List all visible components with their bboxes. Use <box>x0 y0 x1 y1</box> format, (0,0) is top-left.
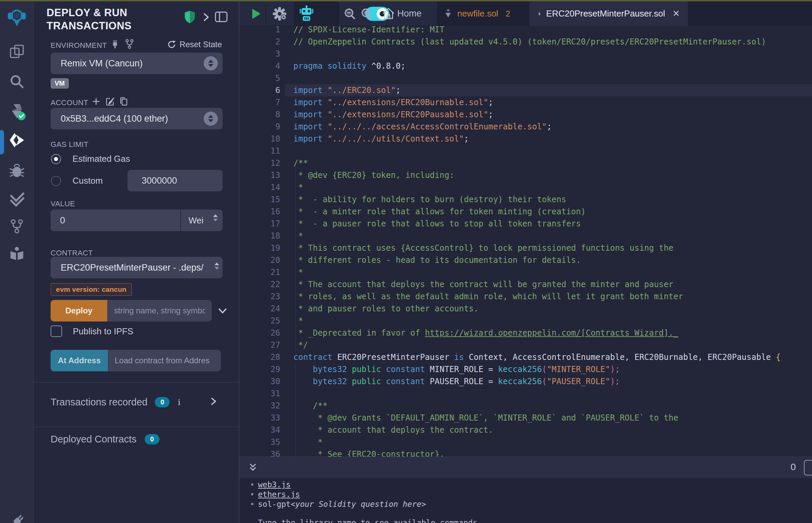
publish-ipfs-option[interactable]: Publish to IPFS <box>51 326 133 337</box>
value-unit-select[interactable]: Wei <box>181 210 223 231</box>
code-line[interactable]: 35 * <box>240 436 812 448</box>
code-line[interactable]: 25 * <box>240 315 812 327</box>
code-line[interactable]: 22 * The account that deploys the contra… <box>240 278 812 290</box>
code-line[interactable]: 9import "../../../access/AccessControlEn… <box>240 121 812 133</box>
code-line[interactable]: 30 bytes32 public constant PAUSER_ROLE =… <box>240 375 812 387</box>
panel-layout-icon[interactable] <box>214 11 228 24</box>
remixai-robot-icon[interactable] <box>298 5 315 23</box>
terminal-link[interactable]: ethers.js <box>258 490 300 499</box>
terminal-link[interactable]: web3.js <box>258 480 291 489</box>
edit-account-icon[interactable] <box>105 96 115 108</box>
home-label[interactable]: Home <box>397 8 422 19</box>
custom-gas-input[interactable] <box>127 170 223 192</box>
publish-ipfs-checkbox[interactable] <box>51 326 62 337</box>
deploy-run-icon[interactable] <box>7 131 26 150</box>
editor-toolbar: Home newfile.sol 2 ERC20PresetMinterPaus… <box>240 1 812 26</box>
code-line[interactable]: 12/** <box>240 157 812 169</box>
debugger-icon[interactable] <box>7 161 26 180</box>
estimated-gas-option[interactable]: Estimated Gas <box>51 154 130 164</box>
tab-newfile[interactable]: newfile.sol 2 <box>444 1 510 26</box>
search-icon[interactable] <box>7 72 26 91</box>
code-line[interactable]: 5 <box>240 72 812 84</box>
code-line[interactable]: 24 * and pauser roles to other accounts. <box>240 303 812 315</box>
collapse-terminal-icon[interactable] <box>248 462 258 474</box>
terminal-search-box[interactable] <box>804 460 812 475</box>
terminal-output[interactable]: •web3.js•ethers.js•sol-gpt <your Solidit… <box>240 478 812 523</box>
custom-gas-radio[interactable] <box>51 176 61 186</box>
code-line[interactable]: 13 * @dev {ERC20} token, including: <box>240 169 812 181</box>
transactions-recorded-row[interactable]: Transactions recorded 0 i <box>51 396 223 408</box>
code-line[interactable]: 14 * <box>240 181 812 194</box>
terminal-bar[interactable]: 0 <box>240 457 812 478</box>
zoom-out-icon[interactable] <box>342 7 357 23</box>
code-line[interactable]: 26 * _Deprecated in favor of https://wiz… <box>240 327 812 339</box>
settings-gears-icon[interactable] <box>272 6 287 23</box>
zoom-in-icon[interactable] <box>359 7 374 23</box>
code-line[interactable]: 17 * - a pauser role that allows to stop… <box>240 218 812 230</box>
code-line[interactable]: 31 <box>240 387 812 400</box>
info-icon[interactable]: i <box>178 397 180 408</box>
solidity-compiler-icon[interactable] <box>7 102 26 121</box>
environment-select[interactable]: Remix VM (Cancun) <box>51 53 223 74</box>
file-explorer-icon[interactable] <box>7 42 26 61</box>
shield-icon[interactable] <box>183 10 196 25</box>
estimated-gas-radio[interactable] <box>51 154 61 164</box>
code-line[interactable]: 33 * @dev Grants `DEFAULT_ADMIN_ROLE`, `… <box>240 412 812 424</box>
reset-state-button[interactable]: Reset State <box>167 40 222 49</box>
custom-gas-option[interactable]: Custom <box>51 176 103 186</box>
select-stepper-icon <box>204 111 218 126</box>
code-line[interactable]: 32 /** <box>240 400 812 412</box>
chevron-right-icon[interactable] <box>201 12 211 24</box>
home-tab[interactable] <box>381 6 396 22</box>
code-line[interactable]: 3 <box>240 48 812 60</box>
copy-account-icon[interactable] <box>119 96 129 108</box>
code-line[interactable]: 21 * <box>240 266 812 278</box>
code-line[interactable]: 11 <box>240 145 812 157</box>
plug-icon[interactable] <box>110 39 120 51</box>
code-line[interactable]: 16 * - a minter role that allows for tok… <box>240 205 812 218</box>
code-line[interactable]: 2// OpenZeppelin Contracts (last updated… <box>240 36 812 48</box>
toolbar-separator <box>338 4 339 23</box>
code-line[interactable]: 10import "../../../utils/Context.sol"; <box>240 133 812 145</box>
select-stepper-icon <box>204 56 218 70</box>
code-line[interactable]: 1// SPDX-License-Identifier: MIT <box>240 26 812 36</box>
deploy-button[interactable]: Deploy <box>51 300 107 322</box>
at-address-input[interactable] <box>108 350 221 371</box>
run-script-icon[interactable] <box>249 7 262 22</box>
deploy-args-input[interactable] <box>107 300 212 322</box>
code-line[interactable]: 7import "../extensions/ERC20Burnable.sol… <box>240 96 812 109</box>
line-number: 14 <box>240 181 280 194</box>
remix-logo-icon[interactable] <box>7 7 26 26</box>
git-icon[interactable] <box>7 217 26 236</box>
code-line[interactable]: 28contract ERC20PresetMinterPauser is Co… <box>240 351 812 363</box>
code-line[interactable]: 29 bytes32 public constant MINTER_ROLE =… <box>240 363 812 375</box>
code-line[interactable]: 18 * <box>240 230 812 242</box>
code-line[interactable]: 15 * - ability for holders to burn (dest… <box>240 194 812 205</box>
panel-title: DEPLOY & RUN TRANSACTIONS <box>47 6 192 32</box>
learneth-icon[interactable] <box>7 245 26 264</box>
at-address-button[interactable]: At Address <box>51 350 108 371</box>
code-line[interactable]: 34 * account that deploys the contract. <box>240 424 812 436</box>
close-tab-icon[interactable]: ✕ <box>672 8 680 19</box>
code-line[interactable]: 8import "../extensions/ERC20Pausable.sol… <box>240 109 812 121</box>
add-account-icon[interactable] <box>91 96 101 108</box>
contract-select[interactable]: ERC20PresetMinterPauser - .deps/ <box>51 257 223 278</box>
code-line[interactable]: 19 * This contract uses {AccessControl} … <box>240 242 812 254</box>
static-analysis-icon[interactable] <box>7 190 26 209</box>
account-select[interactable]: 0x5B3...eddC4 (100 ether) <box>51 108 223 129</box>
expand-transactions-chevron-icon[interactable] <box>209 396 218 408</box>
line-number: 32 <box>240 400 280 412</box>
code-line[interactable]: 23 * roles, as well as the default admin… <box>240 290 812 303</box>
tab-erc20presetminterpauser[interactable]: ERC20PresetMinterPauser.sol ✕ <box>529 1 688 26</box>
code-line[interactable]: 36 * See {ERC20-constructor}. <box>240 448 812 457</box>
code-line[interactable]: 27 */ <box>240 339 812 351</box>
code-line[interactable]: 20 * different roles - head to its docum… <box>240 254 812 266</box>
code-line[interactable]: 4pragma solidity ^0.8.0; <box>240 60 812 72</box>
value-input[interactable] <box>51 210 180 231</box>
environment-label: ENVIRONMENT <box>51 41 107 50</box>
deploy-expand-chevron-icon[interactable] <box>216 305 229 318</box>
plugin-manager-icon[interactable] <box>7 512 26 523</box>
code-line[interactable]: 6import "../ERC20.sol"; <box>240 84 812 96</box>
fork-icon[interactable] <box>124 38 135 51</box>
code-editor[interactable]: 1// SPDX-License-Identifier: MIT2// Open… <box>240 26 812 457</box>
